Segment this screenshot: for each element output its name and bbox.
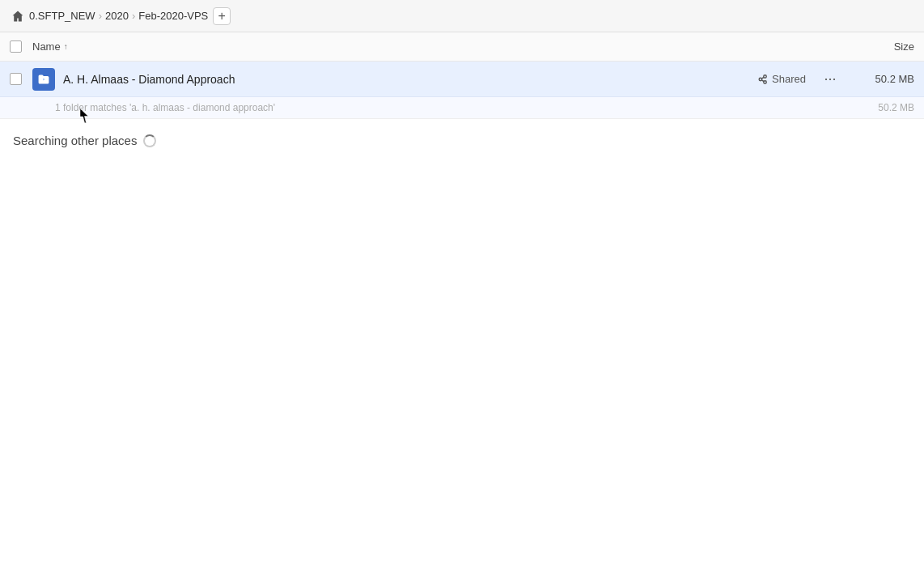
home-icon[interactable] bbox=[10, 8, 26, 24]
file-name-label: A. H. Almaas - Diamond Approach bbox=[63, 73, 757, 86]
column-headers: Name ↑ Size bbox=[0, 32, 924, 62]
svg-point-0 bbox=[759, 78, 762, 81]
name-column-header[interactable]: Name ↑ bbox=[32, 40, 850, 53]
ellipsis-icon: ··· bbox=[824, 70, 836, 87]
folder-icon bbox=[32, 68, 55, 91]
breadcrumb-item-feb[interactable]: Feb-2020-VPS bbox=[138, 10, 208, 22]
file-size-label: 50.2 MB bbox=[850, 73, 914, 85]
select-all-checkbox-area bbox=[10, 40, 32, 53]
sort-arrow-icon: ↑ bbox=[64, 42, 68, 51]
table-row[interactable]: A. H. Almaas - Diamond Approach Shared ·… bbox=[0, 62, 924, 97]
breadcrumb-separator-1: › bbox=[99, 10, 102, 22]
row-checkbox[interactable] bbox=[10, 73, 22, 85]
svg-line-3 bbox=[762, 77, 765, 79]
select-all-checkbox[interactable] bbox=[10, 40, 22, 53]
match-info-size: 50.2 MB bbox=[850, 102, 914, 113]
loading-spinner bbox=[143, 134, 156, 147]
breadcrumb-item-sftp[interactable]: 0.SFTP_NEW bbox=[29, 10, 95, 22]
breadcrumb-item-2020[interactable]: 2020 bbox=[105, 10, 129, 22]
breadcrumb-separator-2: › bbox=[132, 10, 135, 22]
size-column-header[interactable]: Size bbox=[850, 40, 914, 53]
breadcrumb: 0.SFTP_NEW › 2020 › Feb-2020-VPS bbox=[29, 10, 208, 22]
breadcrumb-bar: 0.SFTP_NEW › 2020 › Feb-2020-VPS + bbox=[0, 0, 924, 32]
more-options-button[interactable]: ··· bbox=[819, 68, 841, 91]
match-info-row: 1 folder matches 'a. h. almaas - diamond… bbox=[0, 97, 924, 119]
add-location-button[interactable]: + bbox=[213, 7, 231, 25]
match-info-text: 1 folder matches 'a. h. almaas - diamond… bbox=[55, 102, 850, 113]
shared-label: Shared bbox=[772, 73, 806, 85]
svg-line-4 bbox=[762, 79, 765, 81]
searching-section: Searching other places bbox=[0, 119, 924, 162]
searching-text: Searching other places bbox=[13, 134, 137, 147]
searching-label: Searching other places bbox=[13, 134, 911, 147]
shared-badge[interactable]: Shared bbox=[757, 73, 806, 85]
name-column-label: Name bbox=[32, 40, 61, 53]
row-checkbox-area bbox=[10, 73, 32, 85]
